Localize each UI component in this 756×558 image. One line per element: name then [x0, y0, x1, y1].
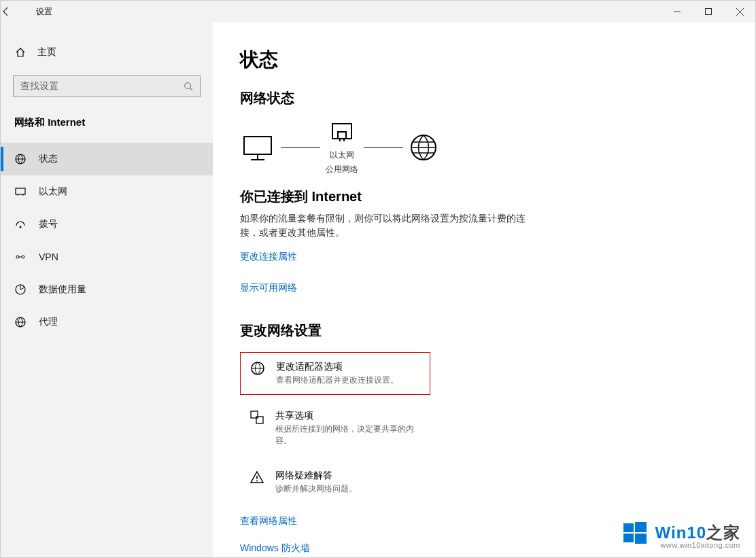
home-icon — [14, 46, 27, 58]
svg-rect-21 — [338, 132, 346, 139]
svg-point-12 — [22, 256, 24, 258]
sidebar-nav: 状态 以太网 拨号 VPN — [1, 143, 213, 338]
globe-icon — [409, 133, 439, 162]
search-placeholder: 查找设置 — [20, 80, 58, 92]
svg-rect-36 — [623, 534, 634, 542]
watermark-brand1: Win10 — [655, 523, 706, 542]
home-label: 主页 — [37, 46, 56, 58]
svg-rect-7 — [16, 188, 25, 194]
main-content: 状态 网络状态 以太网 公用网络 你已连接到 Internet 如果你的流量套餐… — [213, 22, 755, 557]
vpn-icon — [14, 251, 27, 263]
sidebar-item-label: 数据使用量 — [39, 283, 86, 296]
sidebar-item-label: 代理 — [39, 316, 58, 328]
section-network-status: 网络状态 — [240, 89, 728, 107]
sidebar: 主页 查找设置 网络和 Internet 状态 以太网 — [1, 22, 213, 557]
computer-icon — [240, 133, 275, 162]
svg-rect-17 — [244, 137, 271, 154]
option-title: 共享选项 — [275, 410, 421, 422]
sidebar-item-proxy[interactable]: 代理 — [1, 306, 213, 338]
proxy-icon — [14, 316, 27, 328]
sidebar-item-label: 状态 — [39, 153, 58, 165]
option-sub: 查看网络适配器并更改连接设置。 — [276, 374, 398, 386]
svg-rect-37 — [635, 534, 647, 544]
option-title: 更改适配器选项 — [276, 361, 398, 373]
ethernet-icon — [14, 186, 27, 198]
connected-title: 你已连接到 Internet — [240, 188, 728, 206]
option-troubleshoot[interactable]: 网络疑难解答 诊断并解决网络问题。 — [240, 461, 430, 503]
connector-line — [364, 147, 403, 148]
connected-desc: 如果你的流量套餐有限制，则你可以将此网络设置为按流量计费的连接，或者更改其他属性… — [240, 211, 526, 240]
sidebar-item-data-usage[interactable]: 数据使用量 — [1, 273, 213, 306]
option-sub: 诊断并解决网络问题。 — [275, 483, 357, 495]
svg-rect-34 — [623, 523, 634, 532]
sidebar-item-ethernet[interactable]: 以太网 — [1, 175, 213, 208]
connector-line — [281, 147, 320, 148]
sidebar-item-label: 拨号 — [39, 218, 58, 230]
window-title: 设置 — [33, 6, 52, 18]
svg-point-10 — [20, 226, 22, 228]
dialup-icon — [14, 218, 27, 230]
svg-line-5 — [190, 88, 193, 91]
maximize-button[interactable] — [693, 1, 724, 22]
watermark-url: www.win10xitong.com — [660, 541, 740, 549]
diagram-label-1: 以太网 — [330, 150, 354, 161]
option-sub: 根据所连接到的网络，决定要共享的内容。 — [275, 423, 421, 447]
sidebar-item-label: 以太网 — [39, 186, 67, 198]
section-change-network-settings: 更改网络设置 — [240, 321, 728, 340]
watermark: Win10之家 www.win10xitong.com — [621, 519, 740, 546]
home-link[interactable]: 主页 — [1, 39, 213, 66]
svg-rect-35 — [635, 522, 647, 532]
data-usage-icon — [14, 283, 27, 296]
sidebar-item-label: VPN — [39, 251, 58, 262]
svg-point-4 — [185, 83, 191, 89]
watermark-brand2: 之家 — [706, 523, 740, 542]
sidebar-item-status[interactable]: 状态 — [1, 143, 213, 175]
sharing-icon — [250, 410, 264, 425]
sidebar-category: 网络和 Internet — [1, 109, 213, 133]
adapter-icon — [250, 361, 265, 376]
close-button[interactable] — [724, 1, 755, 22]
link-change-connection-props[interactable]: 更改连接属性 — [240, 251, 728, 263]
svg-point-11 — [16, 256, 19, 258]
option-sharing[interactable]: 共享选项 根据所连接到的网络，决定要共享的内容。 — [240, 402, 430, 455]
diagram-label-2: 公用网络 — [326, 164, 358, 175]
svg-point-33 — [256, 481, 258, 482]
minimize-button[interactable] — [662, 1, 693, 22]
option-change-adapter[interactable]: 更改适配器选项 查看网络适配器并更改连接设置。 — [240, 352, 430, 395]
windows-logo-icon — [621, 519, 649, 546]
warning-icon — [250, 470, 264, 485]
search-input[interactable]: 查找设置 — [13, 75, 201, 97]
network-diagram: 以太网 公用网络 — [240, 120, 728, 175]
sidebar-item-vpn[interactable]: VPN — [1, 241, 213, 273]
ethernet-port-icon — [328, 120, 356, 147]
sidebar-item-dialup[interactable]: 拨号 — [1, 208, 213, 241]
status-icon — [14, 153, 27, 165]
svg-rect-1 — [706, 9, 712, 15]
page-title: 状态 — [240, 47, 728, 73]
link-show-available-networks[interactable]: 显示可用网络 — [240, 282, 728, 294]
search-icon — [184, 82, 193, 91]
option-title: 网络疑难解答 — [275, 470, 357, 482]
titlebar: 设置 — [1, 1, 755, 22]
back-button[interactable] — [1, 6, 33, 17]
